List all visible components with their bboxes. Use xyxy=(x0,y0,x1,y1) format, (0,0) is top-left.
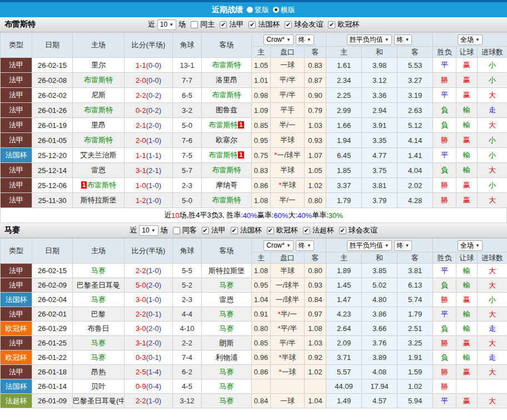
home-team: 里昂 xyxy=(73,118,125,133)
match-score: 0-3(0-1) xyxy=(125,350,173,365)
avg-odds-2: 3.25 xyxy=(397,336,433,350)
halftime-score: (0-2) xyxy=(146,106,161,115)
radio-horizontal-icon[interactable] xyxy=(273,7,279,13)
halftime-score: (1-0) xyxy=(146,136,161,145)
odds-handicap xyxy=(271,379,305,394)
avg-odds-0: 2.09 xyxy=(326,336,362,350)
league-checkbox[interactable]: ✔ xyxy=(267,227,274,234)
home-team: 巴黎 xyxy=(73,307,125,322)
corner-count: 6-2 xyxy=(173,365,202,379)
chevron-down-icon: ▼ xyxy=(405,35,410,45)
league-checkbox[interactable]: ✔ xyxy=(285,21,292,28)
odds-stage-select[interactable]: 终▼ xyxy=(296,240,314,251)
result-handicap: 赢 xyxy=(456,336,478,350)
avg-odds-2: 1.41 xyxy=(397,148,433,163)
team-filter-bar: 布雷斯特近10▼场同主✔法甲✔法国杯✔球会友谊✔欧冠杯 xyxy=(0,17,507,32)
odds-subcol-1: 盘口 xyxy=(271,47,305,58)
match-count-select[interactable]: 10▼ xyxy=(139,225,158,236)
odds-handicap: 一/球半 xyxy=(271,278,305,293)
page: 近期战绩 竖版 横版 布雷斯特近10▼场同主✔法甲✔法国杯✔球会友谊✔欧冠杯类型… xyxy=(0,0,507,408)
layout-radio-horizontal[interactable]: 横版 xyxy=(273,5,295,15)
odds-company-select[interactable]: Crow*▼ xyxy=(264,240,294,251)
result-handicap: 赢 xyxy=(456,73,478,88)
home-team: 尼斯 xyxy=(73,88,125,103)
match-row: 法甲26-01-05布雷斯特2-0(1-0)7-6欧塞尔0.95半球0.931.… xyxy=(1,133,507,148)
league-checkbox[interactable]: ✔ xyxy=(248,21,256,28)
avg-select[interactable]: 胜平负均值▼ xyxy=(347,34,392,45)
fulltime-score: 3-1 xyxy=(136,166,146,175)
results-table: 类型日期主场比分(半场)角球客场Crow*▼终▼胜平负均值▼终▼全场▼主盘口客主… xyxy=(0,238,507,408)
result-handicap: 赢 xyxy=(456,394,478,408)
results-table: 类型日期主场比分(半场)角球客场Crow*▼终▼胜平负均值▼终▼全场▼主盘口客主… xyxy=(0,32,507,208)
layout-radio-vertical[interactable]: 竖版 xyxy=(247,5,269,15)
result-subcol-2: 进球数 xyxy=(478,253,507,264)
handicap-star: * xyxy=(279,368,281,376)
home-team: 布雷斯特 xyxy=(73,133,125,148)
odds-company-select-label: Crow* xyxy=(266,241,285,250)
halftime-score: (2-0) xyxy=(146,324,161,333)
result-subcol-1: 让球 xyxy=(456,47,478,58)
corner-count: 2-2 xyxy=(173,336,202,350)
league-checkbox[interactable]: ✔ xyxy=(328,21,335,28)
corner-count: 4-4 xyxy=(173,307,202,322)
avg-odds-1: 5.02 xyxy=(362,278,397,293)
league-checkbox[interactable]: ✔ xyxy=(220,21,227,28)
match-type-badge: 法国杯 xyxy=(1,148,32,163)
avg-odds-1: 3.98 xyxy=(362,58,397,73)
summary-segment: 40% xyxy=(243,211,257,220)
corner-count: 7-4 xyxy=(173,350,202,365)
avg-odds-1: 4.80 xyxy=(362,293,397,307)
avg-select[interactable]: 胜平负均值▼ xyxy=(347,240,392,251)
corner-count: 4-10 xyxy=(173,322,202,336)
odds-handicap: 半/一 xyxy=(271,118,305,133)
match-score: 2-2(1-0) xyxy=(125,394,173,408)
handicap-star: * xyxy=(279,181,281,189)
avg-odds-2: 4.04 xyxy=(397,163,433,178)
result-handicap: 輸 xyxy=(456,350,478,365)
halftime-score: (1-1) xyxy=(146,151,161,160)
league-checkbox[interactable]: ✔ xyxy=(231,227,238,234)
odds-away: 0.92 xyxy=(305,350,326,365)
radio-vertical-icon[interactable] xyxy=(247,7,253,13)
avg-odds-1: 4.77 xyxy=(362,148,397,163)
scope-select[interactable]: 全场▼ xyxy=(458,34,483,45)
result-handicap: 赢 xyxy=(456,293,478,307)
away-team: 洛里昂 xyxy=(202,73,252,88)
league-checkbox[interactable]: ✔ xyxy=(339,227,346,234)
match-row: 法甲26-01-26布雷斯特0-2(0-2)3-2图鲁兹1.09平手0.792.… xyxy=(1,103,507,118)
match-type-badge: 法甲 xyxy=(1,73,32,88)
col-date: 日期 xyxy=(32,33,73,58)
odds-home: 0.86 xyxy=(252,178,271,193)
odds-home: 1.09 xyxy=(252,103,271,118)
odds-handicap: *平/半 xyxy=(271,322,305,336)
odds-stage-select[interactable]: 终▼ xyxy=(296,34,314,45)
odds-subcol-2: 客 xyxy=(305,253,326,264)
match-count-select[interactable]: 10▼ xyxy=(157,19,176,30)
odds-away: 0.93 xyxy=(305,278,326,293)
away-team: 布雷斯特 xyxy=(202,163,252,178)
odds-away: 0.90 xyxy=(305,88,326,103)
league-checkbox[interactable]: ✔ xyxy=(303,227,310,234)
league-checkbox[interactable]: ✔ xyxy=(202,227,209,234)
avg-odds-2: 3.27 xyxy=(397,73,433,88)
chevron-down-icon: ▼ xyxy=(151,226,156,235)
same-venue-checkbox[interactable] xyxy=(191,21,198,28)
avg-stage-select[interactable]: 终▼ xyxy=(394,34,412,45)
odds-home: 0.75 xyxy=(252,148,271,163)
avg-odds-2: 3.19 xyxy=(397,88,433,103)
odds-handicap: 平手 xyxy=(271,103,305,118)
page-title: 近期战绩 xyxy=(212,5,243,15)
odds-company-select[interactable]: Crow*▼ xyxy=(264,34,294,45)
fulltime-score: 1-0 xyxy=(136,181,146,190)
match-type-badge: 法甲 xyxy=(1,178,32,193)
avg-group-header: 胜平负均值▼终▼ xyxy=(326,239,433,253)
summary-segment: 40% xyxy=(297,211,312,220)
league-label: 球会友谊 xyxy=(294,19,323,29)
same-venue-checkbox[interactable] xyxy=(173,227,180,234)
league-label: 法甲 xyxy=(211,225,226,235)
odds-handicap: *一/球半 xyxy=(271,148,305,163)
away-team: 布雷斯特1 xyxy=(202,148,252,163)
scope-select[interactable]: 全场▼ xyxy=(458,240,483,251)
match-type-badge: 法国杯 xyxy=(1,379,32,394)
avg-stage-select[interactable]: 终▼ xyxy=(394,240,412,251)
